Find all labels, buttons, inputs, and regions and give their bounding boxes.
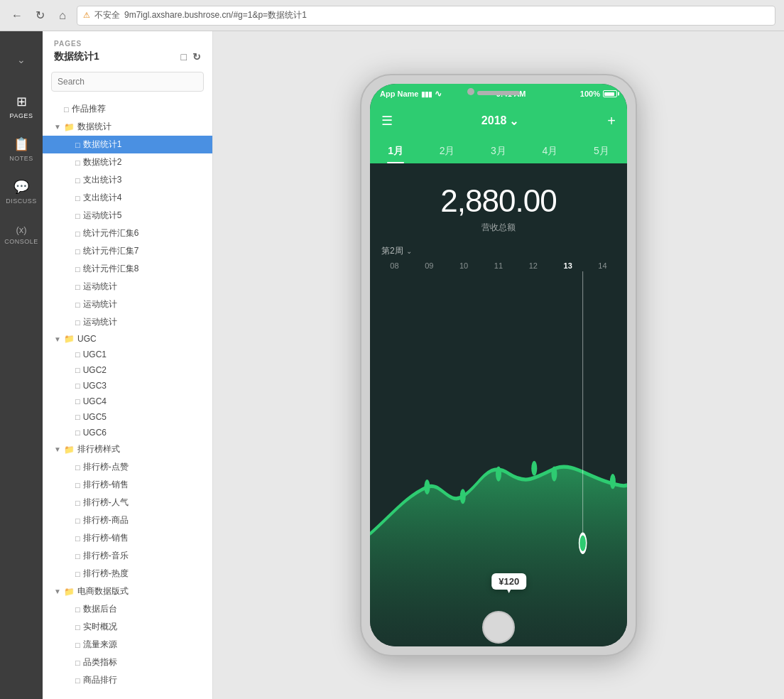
tree-item-liuliang-laiyuan[interactable]: ▼□流量来源 [43, 636, 212, 654]
tree-item-tongji6[interactable]: ▼□统计元件汇集6 [43, 224, 212, 242]
tree-item-ugc5[interactable]: ▼□UGC5 [43, 409, 212, 425]
refresh-button[interactable]: ↻ [31, 7, 48, 24]
page-icon: □ [75, 158, 80, 167]
tree-item-ugc1[interactable]: ▼□UGC1 [43, 347, 212, 362]
tree-item-paihang-dianzan[interactable]: ▼□排行榜-点赞 [43, 458, 212, 476]
page-icon: □ [75, 623, 80, 632]
item-label: 品类指标 [83, 656, 117, 668]
tree-item-shuju-houtai[interactable]: ▼□数据后台 [43, 600, 212, 618]
tree-item-pinlei-zhibiao[interactable]: ▼□品类指标 [43, 654, 212, 671]
tree-item-paihang-shangpin[interactable]: ▼□排行榜-商品 [43, 511, 212, 529]
tree-item-tongji7[interactable]: ▼□统计元件汇集7 [43, 242, 212, 260]
page-icon: □ [75, 283, 80, 291]
tree-item-yundongtongji5[interactable]: ▼□运动统计5 [43, 207, 212, 224]
home-button[interactable]: ⌂ [54, 7, 71, 24]
hamburger-icon[interactable]: ☰ [381, 113, 393, 129]
pages-title-actions: □ ↻ [181, 51, 201, 63]
item-label: 统计元件汇集6 [83, 227, 139, 239]
tree-item-paihang-redu[interactable]: ▼□排行榜-热度 [43, 565, 212, 582]
tree-item-shangpin-paihang[interactable]: ▼□商品排行 [43, 671, 212, 689]
tree-item-shujutongji1[interactable]: ▼□数据统计1 [43, 136, 212, 153]
item-label: UGC [77, 334, 97, 344]
tree-item-dianshangs-folder[interactable]: ▼📁电商数据版式 [43, 582, 212, 600]
refresh-pages-button[interactable]: ↻ [192, 51, 201, 63]
app-header: ☰ 2018 ⌄ + [370, 104, 627, 138]
phone-camera [467, 88, 474, 95]
export-button[interactable]: □ [181, 51, 187, 63]
line-chart-svg [370, 271, 627, 646]
page-icon: □ [75, 176, 80, 185]
item-label: 数据统计 [77, 121, 111, 133]
page-icon: □ [75, 366, 80, 374]
item-label: 支出统计3 [83, 174, 122, 186]
item-label: UGC1 [83, 350, 107, 359]
tree-item-paihang-xiaoshou[interactable]: ▼□排行榜-销售 [43, 476, 212, 494]
data-point-09 [460, 489, 466, 504]
content-area: App Name ▮▮▮ ∿ 9:41 AM 100% [213, 31, 784, 699]
month-tab-2月[interactable]: 2月 [421, 138, 472, 163]
item-label: UGC3 [83, 381, 107, 391]
data-point-08 [424, 479, 430, 494]
month-tab-5月[interactable]: 5月 [576, 138, 627, 163]
tree-item-yundong-tongji3[interactable]: ▼□运动统计 [43, 313, 212, 331]
item-label: 排行榜-人气 [83, 497, 129, 509]
item-label: 电商数据版式 [77, 585, 129, 597]
month-tab-3月[interactable]: 3月 [473, 138, 524, 163]
wifi-icon: ∿ [435, 89, 442, 99]
page-icon: □ [75, 381, 80, 390]
tree-item-zhichutongji4[interactable]: ▼□支出统计4 [43, 189, 212, 207]
item-label: 运动统计 [83, 298, 117, 310]
status-bar-left: App Name ▮▮▮ ∿ [380, 89, 442, 99]
search-box [51, 72, 204, 92]
tree-item-paihang-xiaoshou2[interactable]: ▼□排行榜-销售 [43, 529, 212, 547]
tree-item-yundong-tongji2[interactable]: ▼□运动统计 [43, 296, 212, 313]
sidebar-item-discuss[interactable]: 💬 DISCUSS [0, 170, 43, 213]
sidebar-item-pages[interactable]: ⊞ PAGES [0, 85, 43, 128]
sidebar-item-notes[interactable]: 📋 NOTES [0, 128, 43, 170]
tree-item-zhichutongji3[interactable]: ▼□支出统计3 [43, 171, 212, 189]
week-selector[interactable]: 第2周 ⌄ [370, 238, 627, 261]
tree-item-ugc-folder[interactable]: ▼📁UGC [43, 331, 212, 347]
tree-item-paihang-folder[interactable]: ▼📁排行榜样式 [43, 440, 212, 458]
pages-label: PAGES [10, 112, 33, 119]
folder-chevron-icon: ▼ [54, 335, 64, 343]
tree-item-shujutongji2[interactable]: ▼□数据统计2 [43, 153, 212, 171]
year-text: 2018 [481, 114, 507, 127]
address-bar[interactable]: ⚠ 不安全 9m7igl.axshare.bushrose.cn/#g=1&p=… [77, 6, 775, 26]
folder-chevron-icon: ▼ [54, 445, 64, 453]
tree-item-shishi-gaikuang[interactable]: ▼□实时概况 [43, 618, 212, 636]
tree-item-shujutongji-folder[interactable]: ▼📁数据统计 [43, 118, 212, 136]
item-label: 流量来源 [83, 639, 117, 651]
tree-item-zuopin[interactable]: ▼□作品推荐 [43, 100, 212, 118]
folder-icon: 📁 [64, 334, 75, 344]
app-name-label: App Name [380, 90, 418, 98]
tree-item-ugc2[interactable]: ▼□UGC2 [43, 362, 212, 378]
folder-icon: 📁 [64, 587, 75, 597]
year-selector[interactable]: 2018 ⌄ [481, 114, 519, 128]
sidebar-chevron[interactable]: ⌄ [0, 37, 43, 80]
tree-item-paihang-yinyue[interactable]: ▼□排行榜-音乐 [43, 547, 212, 565]
tree-item-yundong-tongji1[interactable]: ▼□运动统计 [43, 278, 212, 296]
phone-home-button[interactable] [482, 611, 515, 644]
amount-value: 2,880.00 [370, 183, 627, 219]
tree-item-tongji8[interactable]: ▼□统计元件汇集8 [43, 260, 212, 278]
amount-display: 2,880.00 营收总额 [370, 163, 627, 238]
month-tab-4月[interactable]: 4月 [524, 138, 575, 163]
tree-item-ugc4[interactable]: ▼□UGC4 [43, 394, 212, 409]
sidebar-item-console[interactable]: (x) CONSOLE [0, 213, 43, 256]
security-label: 不安全 [94, 9, 120, 21]
search-input[interactable] [51, 72, 204, 92]
tree-item-ugc3[interactable]: ▼□UGC3 [43, 378, 212, 394]
app-screen: App Name ▮▮▮ ∿ 9:41 AM 100% [370, 84, 627, 646]
data-point-10 [496, 467, 501, 482]
tree-item-ugc6[interactable]: ▼□UGC6 [43, 425, 212, 440]
page-icon: □ [75, 229, 80, 238]
month-tabs: 1月2月3月4月5月 [370, 138, 627, 163]
tree-item-paihang-renqi[interactable]: ▼□排行榜-人气 [43, 494, 212, 511]
month-tab-1月[interactable]: 1月 [370, 138, 421, 163]
add-button[interactable]: + [607, 113, 616, 129]
pages-title-text: 数据统计1 [54, 50, 99, 63]
back-button[interactable]: ← [9, 7, 26, 24]
item-label: 数据统计2 [83, 156, 122, 168]
browser-window: ← ↻ ⌂ ⚠ 不安全 9m7igl.axshare.bushrose.cn/#… [0, 0, 784, 699]
